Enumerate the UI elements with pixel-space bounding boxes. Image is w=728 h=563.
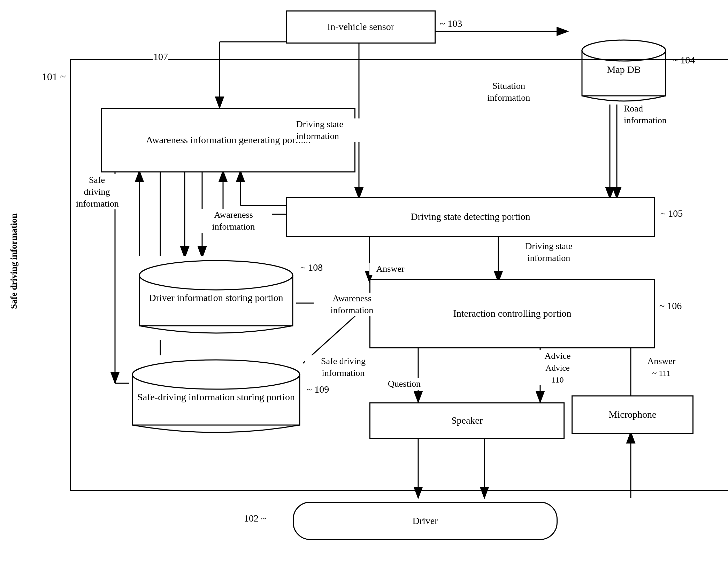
ref-102: 102 ~ bbox=[244, 512, 266, 525]
safe-driving-info-right: Safe drivinginformation bbox=[305, 355, 382, 379]
ref-108: ~ 108 bbox=[300, 261, 323, 274]
in-vehicle-sensor-label: In-vehicle sensor bbox=[327, 21, 394, 33]
interaction-box: Interaction controlling portion bbox=[369, 279, 655, 348]
safe-driving-info-left: Safe drivinginformation bbox=[76, 174, 118, 209]
awareness-info-label-right: Awarenessinformation bbox=[314, 293, 390, 316]
ref-107: 107 bbox=[153, 51, 168, 63]
driving-state-info-top: Driving stateinformation bbox=[296, 118, 373, 142]
speaker-box: Speaker bbox=[369, 402, 565, 439]
driving-state-label: Driving state detecting portion bbox=[411, 210, 530, 223]
ref-106: ~ 106 bbox=[659, 300, 682, 312]
question-label: Question bbox=[378, 378, 430, 390]
advice-label: Advice Advice110 bbox=[526, 350, 589, 385]
road-info-label: Roadinformation bbox=[624, 103, 693, 126]
map-db-label: Map DB bbox=[607, 63, 641, 76]
microphone-box: Microphone bbox=[572, 395, 693, 434]
driving-state-info-right: Driving stateinformation bbox=[509, 240, 589, 264]
in-vehicle-sensor-box: In-vehicle sensor bbox=[286, 10, 436, 44]
ref-109: ~ 109 bbox=[307, 383, 329, 396]
driving-state-box: Driving state detecting portion bbox=[286, 197, 655, 237]
diagram-container: In-vehicle sensor ~ 103 Map DB ~ 104 101… bbox=[0, 0, 728, 563]
driver-info-label: Driver information storing portion bbox=[149, 292, 283, 304]
svg-point-34 bbox=[582, 40, 666, 61]
driver-info-cylinder: Driver information storing portion bbox=[136, 256, 296, 340]
awareness-info-label-left: Awarenessinformation bbox=[195, 209, 272, 233]
ref-103: ~ 103 bbox=[440, 17, 462, 30]
interaction-label: Interaction controlling portion bbox=[453, 307, 571, 320]
answer-label-111: Answer ~ 111 bbox=[641, 355, 682, 379]
ref-101: 101 ~ bbox=[42, 70, 66, 83]
answer-label-top: Answer bbox=[369, 263, 411, 275]
ref-105: ~ 105 bbox=[660, 207, 683, 220]
microphone-label: Microphone bbox=[609, 408, 657, 421]
svg-point-36 bbox=[139, 261, 293, 290]
situation-info-label: Situationinformation bbox=[470, 80, 547, 104]
safe-driving-storing-label: Safe-driving information storing portion bbox=[137, 391, 295, 403]
side-safe-driving-label: Safe driving information bbox=[9, 157, 26, 366]
svg-point-38 bbox=[132, 360, 300, 389]
safe-driving-cylinder: Safe-driving information storing portion bbox=[129, 355, 303, 439]
awareness-generating-label: Awareness information generating portion bbox=[146, 134, 311, 146]
driver-box: Driver bbox=[293, 502, 558, 540]
driver-label: Driver bbox=[412, 515, 438, 527]
speaker-label: Speaker bbox=[451, 414, 483, 427]
